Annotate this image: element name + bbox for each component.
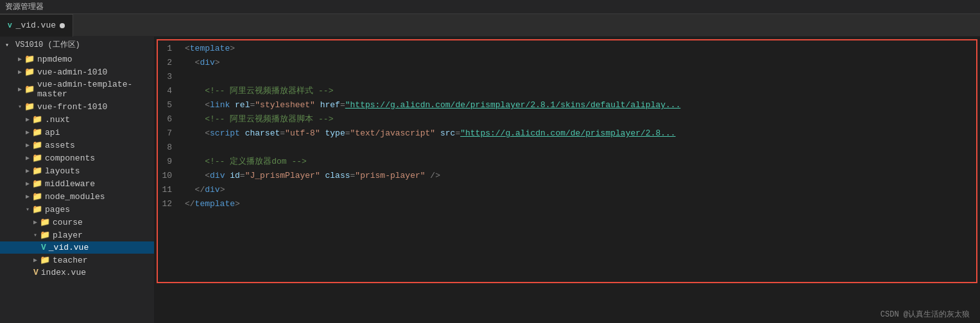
line-number: 3	[154, 70, 182, 84]
line-content	[182, 141, 980, 155]
sidebar-item-vue-admin-template[interactable]: ▶ 📁 vue-admin-template-master	[0, 78, 154, 100]
folder-icon: 📁	[32, 140, 42, 150]
line-content: </div>	[182, 183, 980, 197]
code-line: 5 <link rel="stylesheet" href="https://g…	[154, 98, 980, 112]
tab-label: _vid.vue	[16, 21, 56, 30]
code-line: 12</template>	[154, 197, 980, 211]
sidebar-item-api[interactable]: ▶ 📁 api	[0, 126, 154, 139]
sidebar-item-nuxt[interactable]: ▶ 📁 .nuxt	[0, 113, 154, 126]
folder-chevron: ▶	[26, 154, 30, 162]
folder-icon: 📁	[24, 84, 35, 94]
line-number: 9	[154, 155, 182, 169]
sidebar-item-node-modules[interactable]: ▶ 📁 node_modules	[0, 190, 154, 203]
line-number: 5	[154, 98, 182, 112]
item-label: assets	[45, 141, 75, 150]
folder-chevron: ▶	[26, 128, 30, 136]
line-content: <!-- 阿里云视频播放器样式 -->	[182, 84, 980, 98]
watermark-bar: CSDN @认真生活的灰太狼	[154, 305, 980, 323]
workspace-title[interactable]: ▾ VS1010 (工作区)	[0, 37, 154, 53]
line-number: 6	[154, 112, 182, 127]
line-number: 10	[154, 169, 182, 183]
folder-chevron: ▶	[26, 167, 30, 175]
item-label: vue-admin-template-master	[37, 80, 149, 99]
sidebar-item-vue-admin-1010[interactable]: ▶ 📁 vue-admin-1010	[0, 65, 154, 78]
code-line: 9 <!-- 定义播放器dom -->	[154, 155, 980, 169]
folder-icon: 📁	[40, 217, 50, 227]
line-number: 12	[154, 197, 182, 211]
vue-y-icon: V	[33, 268, 39, 277]
tab-vid-vue[interactable]: V _vid.vue	[0, 14, 73, 37]
line-content	[182, 70, 980, 84]
sidebar-item-npmdemo[interactable]: ▶ 📁 npmdemo	[0, 53, 154, 65]
sidebar-item-vue-front-1010[interactable]: ▾ 📁 vue-front-1010	[0, 100, 154, 113]
folder-icon: 📁	[32, 204, 42, 214]
folder-chevron: ▶	[26, 116, 30, 123]
sidebar-item-vid-vue[interactable]: V _vid.vue	[0, 241, 154, 254]
sidebar-item-player[interactable]: ▾ 📁 player	[0, 229, 154, 241]
sidebar-item-components[interactable]: ▶ 📁 components	[0, 152, 154, 164]
item-label: teacher	[53, 256, 88, 265]
line-number: 4	[154, 84, 182, 98]
folder-icon: 📁	[32, 127, 42, 137]
line-number: 1	[154, 42, 182, 56]
folder-chevron: ▶	[33, 256, 37, 264]
tab-modified-dot	[60, 23, 65, 28]
sidebar-item-pages[interactable]: ▾ 📁 pages	[0, 203, 154, 216]
sidebar-item-teacher[interactable]: ▶ 📁 teacher	[0, 254, 154, 266]
top-bar: 资源管理器	[0, 0, 980, 14]
folder-icon: 📁	[32, 114, 42, 125]
code-line: 11 </div>	[154, 183, 980, 197]
code-line: 3	[154, 70, 980, 84]
line-number: 7	[154, 127, 182, 141]
folder-chevron: ▾	[26, 205, 30, 213]
line-content: <link rel="stylesheet" href="https://g.a…	[182, 98, 980, 112]
workspace-label: VS1010 (工作区)	[15, 39, 80, 50]
sidebar-item-layouts[interactable]: ▶ 📁 layouts	[0, 164, 154, 177]
code-container[interactable]: 1<template>2 <div>3 4 <!-- 阿里云视频播放器样式 --…	[154, 37, 980, 305]
item-label: vue-admin-1010	[37, 67, 107, 77]
code-line: 8	[154, 141, 980, 155]
item-label: course	[53, 218, 83, 227]
line-content: <script charset="utf-8" type="text/javas…	[182, 127, 980, 141]
code-line: 6 <!-- 阿里云视频播放器脚本 -->	[154, 112, 980, 127]
vue-file-icon: V	[8, 22, 12, 30]
item-label: api	[45, 128, 60, 137]
folder-icon: 📁	[40, 230, 50, 240]
line-number: 8	[154, 141, 182, 155]
folder-icon: 📁	[24, 54, 35, 64]
sidebar: ▾ VS1010 (工作区) ▶ 📁 npmdemo ▶ 📁 vue-admin…	[0, 37, 154, 323]
code-lines: 1<template>2 <div>3 4 <!-- 阿里云视频播放器样式 --…	[154, 42, 980, 211]
item-label: middleware	[45, 179, 95, 189]
code-line: 7 <script charset="utf-8" type="text/jav…	[154, 127, 980, 141]
code-line: 2 <div>	[154, 56, 980, 70]
line-content: <div>	[182, 56, 980, 70]
code-line: 1<template>	[154, 42, 980, 56]
folder-icon: 📁	[32, 153, 42, 163]
main-layout: ▾ VS1010 (工作区) ▶ 📁 npmdemo ▶ 📁 vue-admin…	[0, 37, 980, 323]
code-line: 10 <div id="J_prismPlayer" class="prism-…	[154, 169, 980, 183]
sidebar-item-course[interactable]: ▶ 📁 course	[0, 216, 154, 229]
folder-chevron: ▶	[26, 180, 30, 188]
folder-chevron: ▶	[26, 141, 30, 149]
folder-chevron: ▶	[18, 85, 22, 93]
line-number: 11	[154, 183, 182, 197]
folder-chevron: ▶	[18, 68, 22, 76]
watermark-text: CSDN @认真生活的灰太狼	[881, 309, 970, 320]
line-content: <!-- 定义播放器dom -->	[182, 155, 980, 169]
item-label: player	[53, 231, 83, 240]
folder-icon: 📁	[32, 166, 42, 176]
folder-icon: 📁	[32, 179, 42, 189]
item-label: _vid.vue	[49, 243, 89, 252]
tab-bar: V _vid.vue	[0, 14, 980, 37]
item-label: pages	[45, 205, 70, 214]
vue-icon: V	[41, 243, 46, 252]
line-content: <template>	[182, 42, 980, 56]
sidebar-item-assets[interactable]: ▶ 📁 assets	[0, 139, 154, 152]
sidebar-item-middleware[interactable]: ▶ 📁 middleware	[0, 177, 154, 190]
workspace-chevron: ▾	[5, 41, 13, 49]
code-line: 4 <!-- 阿里云视频播放器样式 -->	[154, 84, 980, 98]
sidebar-item-index-vue[interactable]: V index.vue	[0, 266, 154, 279]
line-content: </template>	[182, 197, 980, 211]
item-label: node_modules	[45, 192, 105, 202]
folder-icon: 📁	[40, 255, 50, 265]
